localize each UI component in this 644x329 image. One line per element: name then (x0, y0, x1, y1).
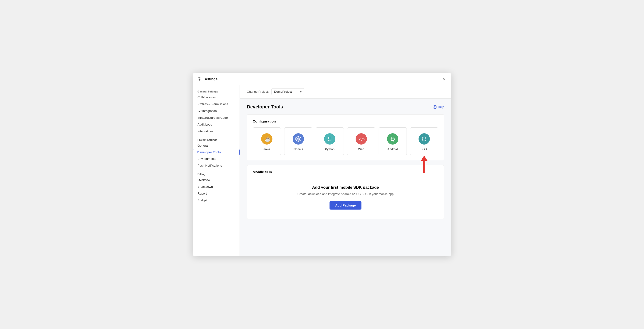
billing-section: Billing (193, 171, 240, 176)
python-label: Python (325, 147, 334, 151)
sidebar: General Settings Collaborators Profiles … (193, 85, 240, 256)
mobile-sdk-section: Mobile SDK Add your first mobile SDK pac… (247, 165, 444, 219)
settings-modal: Settings × General Settings Collaborator… (193, 73, 451, 256)
change-project-label: Change Project: (247, 90, 269, 93)
ios-container: IOS (410, 127, 438, 155)
sidebar-item-integrations[interactable]: Integrations (193, 128, 240, 135)
sidebar-item-environments[interactable]: Environments (193, 155, 240, 162)
config-item-ios[interactable]: IOS (410, 127, 438, 155)
ios-icon (418, 133, 430, 145)
sdk-description: Create, download and integrate Android o… (297, 192, 394, 196)
config-item-nodejs[interactable]: Nodejs (284, 127, 312, 155)
sidebar-item-developer-tools[interactable]: Developer Tools (193, 149, 240, 155)
svg-point-19 (424, 137, 425, 137)
sidebar-item-profiles-permissions[interactable]: Profiles & Permissions (193, 101, 240, 107)
modal-title: Settings (204, 77, 218, 81)
svg-point-14 (393, 137, 394, 138)
help-label: Help (438, 105, 444, 109)
arrow-shaft (423, 161, 425, 173)
web-label: Web (358, 147, 364, 151)
red-arrow-annotation (421, 156, 428, 173)
nodejs-icon (293, 133, 304, 145)
page-header: Developer Tools ? Help (247, 104, 444, 110)
sidebar-item-report[interactable]: Report (193, 190, 240, 197)
sidebar-item-infrastructure-as-code[interactable]: Infrastructure as Code (193, 114, 240, 121)
config-item-android[interactable]: Android (378, 127, 407, 155)
config-item-java[interactable]: ☕ Java (253, 127, 281, 155)
page-title: Developer Tools (247, 104, 283, 110)
help-link[interactable]: ? Help (433, 105, 444, 109)
ios-label: IOS (422, 147, 427, 151)
help-icon: ? (433, 105, 436, 109)
android-icon (387, 133, 398, 145)
web-icon: </> (356, 133, 367, 145)
sidebar-item-push-notifications[interactable]: Push Notifications (193, 162, 240, 169)
modal-header: Settings × (193, 73, 451, 85)
sidebar-item-collaborators[interactable]: Collaborators (193, 94, 240, 101)
modal-body: General Settings Collaborators Profiles … (193, 85, 451, 256)
project-select[interactable]: DemoProject (272, 88, 304, 95)
svg-rect-10 (391, 138, 394, 141)
general-settings-section: General Settings (193, 89, 240, 94)
sidebar-item-budget[interactable]: Budget (193, 197, 240, 204)
mobile-sdk-title: Mobile SDK (253, 170, 438, 174)
sidebar-item-overview[interactable]: Overview (193, 176, 240, 183)
config-item-python[interactable]: Python (316, 127, 344, 155)
project-settings-section: Project Settings (193, 137, 240, 142)
content-area: Developer Tools ? Help Configuration (240, 99, 451, 230)
configuration-title: Configuration (253, 119, 438, 123)
top-bar: Change Project: DemoProject (240, 85, 451, 99)
gear-icon (198, 77, 202, 81)
svg-point-7 (329, 137, 329, 138)
sidebar-item-breakdown[interactable]: Breakdown (193, 183, 240, 190)
svg-text:</>: </> (359, 137, 364, 141)
modal-title-row: Settings (198, 77, 218, 81)
config-item-web[interactable]: </> Web (347, 127, 375, 155)
sidebar-item-audit-logs[interactable]: Audit Logs (193, 121, 240, 128)
sidebar-item-general[interactable]: General (193, 142, 240, 149)
svg-text:?: ? (434, 106, 436, 108)
close-button[interactable]: × (441, 76, 446, 81)
arrow-head (421, 156, 428, 161)
sidebar-item-git-integration[interactable]: Git Integration (193, 107, 240, 114)
main-content: Change Project: DemoProject Developer To… (240, 85, 451, 256)
sdk-heading: Add your first mobile SDK package (312, 185, 379, 190)
java-label: Java (264, 147, 270, 151)
python-icon (324, 133, 336, 145)
add-package-button[interactable]: Add Package (330, 201, 362, 210)
svg-point-8 (330, 140, 331, 140)
configuration-section: Configuration ☕ Java (247, 114, 444, 160)
config-grid: ☕ Java (253, 127, 438, 155)
java-icon: ☕ (261, 133, 272, 145)
android-label: Android (388, 147, 398, 151)
sdk-content: Add your first mobile SDK package Create… (253, 178, 438, 214)
svg-text:☕: ☕ (265, 136, 270, 142)
nodejs-label: Nodejs (294, 147, 303, 151)
svg-point-13 (392, 137, 392, 138)
